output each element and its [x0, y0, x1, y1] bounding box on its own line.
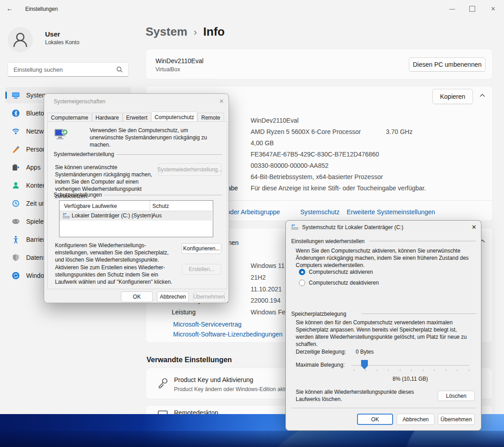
- drive-name: Lokaler Datenträger (C:) (System): [72, 212, 153, 219]
- spec-value: AMD Ryzen 5 5600X 6-Core Processor: [251, 128, 361, 135]
- group-restore-settings-label: Einstellungen wiederherstellen: [291, 238, 365, 244]
- breadcrumb-system[interactable]: System: [146, 25, 188, 39]
- person-icon: [8, 27, 33, 52]
- group-line: [369, 241, 476, 241]
- slider-ticks: [354, 369, 470, 371]
- apply-button[interactable]: Übernehmen: [193, 291, 225, 302]
- group-protection-label: Schutzeinstellungen: [54, 192, 102, 198]
- spec-value: 4,00 GB: [251, 139, 274, 147]
- spec-value-ghz: 3.70 GHz: [386, 128, 412, 135]
- ok-button[interactable]: OK: [357, 414, 393, 425]
- restore-settings-description: Wenn Sie den Computerschutz aktivieren, …: [296, 247, 472, 269]
- protection-status: Aus: [152, 212, 162, 219]
- remote-desktop-icon: [157, 409, 169, 414]
- column-header-protection[interactable]: Schutz: [152, 203, 169, 209]
- accessibility-icon: [12, 235, 20, 244]
- group-line: [104, 195, 222, 195]
- protection-intro: Verwenden Sie den Computerschutz, um une…: [90, 127, 220, 148]
- spec-value: Für diese Anzeige ist keine Stift- oder …: [251, 184, 426, 192]
- chevron-right-icon: ›: [194, 27, 197, 38]
- minimize-button[interactable]: —: [449, 5, 456, 12]
- group-line: [362, 313, 476, 314]
- spec-value: 21H2: [251, 274, 266, 281]
- rename-card: WinDev2110Eval VirtualBox Diesen PC umbe…: [146, 49, 493, 79]
- link-system-protection[interactable]: Systemschutz: [300, 208, 339, 216]
- radio-label: Computerschutz aktivieren: [309, 268, 373, 276]
- disk-usage-description: Sie können den für den Computerschutz ve…: [296, 319, 472, 348]
- avatar[interactable]: [8, 27, 33, 52]
- back-arrow-icon[interactable]: ←: [6, 5, 13, 12]
- configure-button[interactable]: Konfigurieren...: [182, 243, 221, 254]
- search-input[interactable]: [13, 63, 114, 76]
- link-license-terms[interactable]: Microsoft-Software-Lizenzbedingungen: [173, 331, 283, 338]
- gamepad-icon: [12, 217, 20, 226]
- wifi-icon: [12, 127, 20, 135]
- ok-button[interactable]: OK: [121, 291, 153, 302]
- selected-indicator: [5, 92, 7, 99]
- column-header-drives[interactable]: Verfügbare Laufwerke: [64, 203, 117, 209]
- radio-disable-protection[interactable]: Computerschutz deaktivieren: [299, 279, 379, 286]
- slider-track[interactable]: [351, 365, 469, 366]
- create-button[interactable]: Erstellen...: [182, 264, 221, 275]
- radio-enable-protection[interactable]: Computerschutz aktivieren: [299, 268, 373, 276]
- clock-icon: [12, 199, 20, 207]
- tab-computername[interactable]: Computername: [47, 113, 92, 122]
- apps-icon: [12, 163, 20, 171]
- cancel-button[interactable]: Abbrechen: [397, 414, 435, 425]
- radio-on-icon: [299, 269, 305, 275]
- bluetooth-icon: [12, 109, 20, 117]
- breadcrumb-info: Info: [203, 25, 225, 39]
- account-icon: [12, 181, 20, 189]
- rename-pc-button[interactable]: Diesen PC umbenennen: [409, 57, 486, 72]
- link-advanced-settings[interactable]: Erweiterte Systemeinstellungen: [347, 208, 435, 216]
- close-icon[interactable]: ✕: [219, 98, 224, 105]
- tab-remote[interactable]: Remote: [197, 113, 224, 122]
- product-key-title: Product Key und Aktivierung: [174, 376, 253, 383]
- search-box[interactable]: [8, 62, 128, 77]
- close-button[interactable]: ✕: [490, 5, 497, 12]
- delete-button[interactable]: Löschen: [438, 391, 475, 401]
- key-icon: [157, 377, 169, 389]
- brush-icon: [12, 145, 20, 153]
- slider-thumb[interactable]: [361, 360, 368, 369]
- drive-icon: [291, 225, 298, 230]
- spec-value: WinDev2110Eval: [251, 117, 298, 124]
- cancel-button[interactable]: Abbrechen: [157, 291, 189, 302]
- close-icon[interactable]: ✕: [472, 224, 477, 230]
- system-restore-icon: [54, 127, 69, 142]
- search-icon: [116, 66, 123, 73]
- table-row[interactable]: Lokaler Datenträger (C:) (System) Aus: [60, 211, 212, 221]
- sidebar-item-label: Konten: [26, 182, 46, 189]
- max-usage-label: Maximale Belegung:: [296, 361, 345, 369]
- spec-value: 11.10.2021: [251, 286, 282, 293]
- tab-erweitert[interactable]: Erweitert: [123, 113, 151, 122]
- copy-button[interactable]: Kopieren: [432, 89, 473, 104]
- system-restore-button[interactable]: Systemwiederherstellung...: [158, 163, 221, 176]
- drives-table: Verfügbare Laufwerke Schutz Lokaler Date…: [59, 200, 213, 237]
- chevron-up-icon[interactable]: [479, 93, 486, 98]
- maximize-button[interactable]: [469, 6, 475, 12]
- pc-subtitle: VirtualBox: [156, 66, 180, 73]
- link-services-agreement[interactable]: Microsoft-Servicevertrag: [173, 321, 242, 328]
- slider-value: 8% (10,11 GB): [351, 375, 469, 382]
- create-description: Aktivieren Sie zum Erstellen eines Wiede…: [55, 264, 177, 286]
- pc-name: WinDev2110Eval: [156, 57, 203, 65]
- system-protection-dialog: Systemschutz für Lokaler Datenträger (C:…: [285, 220, 481, 431]
- group-restore-label: Systemwiederherstellung: [54, 151, 114, 157]
- apply-button[interactable]: Übernehmen: [438, 414, 475, 425]
- current-usage-label: Derzeitige Belegung:: [296, 348, 346, 355]
- spec-value: 64-Bit-Betriebssystem, x64-basierter Pro…: [251, 173, 383, 180]
- tab-strip: Computername Hardware Erweitert Computer…: [47, 113, 224, 122]
- shield-icon: [12, 253, 20, 262]
- tab-hardware[interactable]: Hardware: [92, 113, 123, 122]
- wallpaper-shade: [0, 431, 504, 447]
- group-disk-usage-label: Speicherplatzbelegung: [291, 311, 346, 317]
- related-settings-heading: Verwandte Einstellungen: [147, 356, 232, 364]
- spec-value: 00330-80000-00000-AA852: [251, 162, 329, 169]
- tab-computerschutz[interactable]: Computerschutz: [151, 111, 197, 122]
- footer-divider: [291, 408, 476, 408]
- system-properties-dialog: Systemeigenschaften ✕ Computername Hardw…: [44, 93, 229, 303]
- spec-label: Leistung: [172, 309, 196, 316]
- configure-description: Konfigurieren Sie Wiederherstellungs- ei…: [55, 242, 174, 263]
- update-icon: [12, 272, 20, 280]
